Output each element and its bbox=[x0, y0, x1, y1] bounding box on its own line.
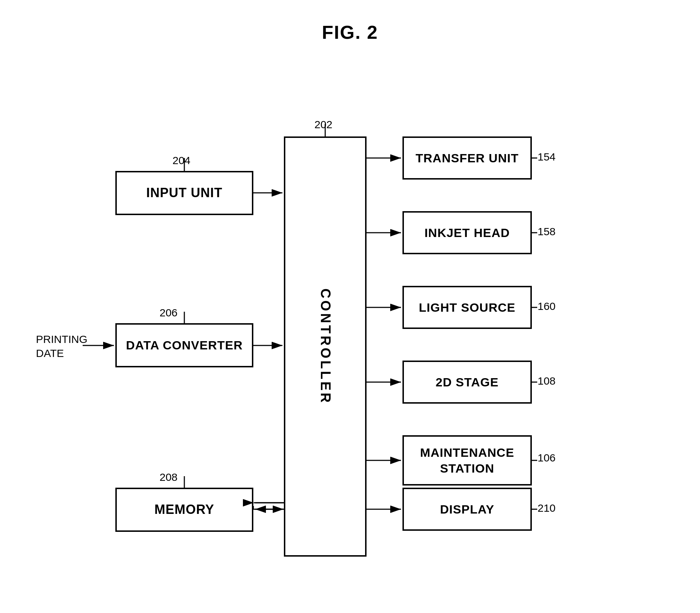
ref-transfer-unit: 154 bbox=[538, 151, 556, 163]
input-unit-box: INPUT UNIT bbox=[115, 171, 253, 215]
data-converter-box: DATA CONVERTER bbox=[115, 323, 253, 367]
transfer-unit-box: TRANSFER UNIT bbox=[402, 136, 532, 180]
ref-display: 210 bbox=[538, 502, 556, 514]
display-box: DISPLAY bbox=[402, 488, 532, 531]
ref-data-converter: 206 bbox=[160, 307, 178, 319]
ref-light-source: 160 bbox=[538, 300, 556, 312]
ref-inkjet-head: 158 bbox=[538, 226, 556, 238]
2d-stage-box: 2D STAGE bbox=[402, 361, 532, 404]
printing-date-label: PRINTING DATE bbox=[36, 332, 87, 360]
ref-maintenance-station: 106 bbox=[538, 452, 556, 464]
ref-memory: 208 bbox=[160, 471, 178, 483]
maintenance-station-box: MAINTENANCE STATION bbox=[402, 435, 532, 486]
memory-box: MEMORY bbox=[115, 488, 253, 532]
light-source-box: LIGHT SOURCE bbox=[402, 286, 532, 329]
ref-input-unit: 204 bbox=[172, 154, 190, 167]
figure-title: FIG. 2 bbox=[322, 22, 378, 43]
inkjet-head-box: INKJET HEAD bbox=[402, 211, 532, 254]
ref-2d-stage: 108 bbox=[538, 375, 556, 387]
controller-box: CONTROLLER bbox=[284, 136, 367, 557]
ref-controller: 202 bbox=[314, 119, 332, 131]
